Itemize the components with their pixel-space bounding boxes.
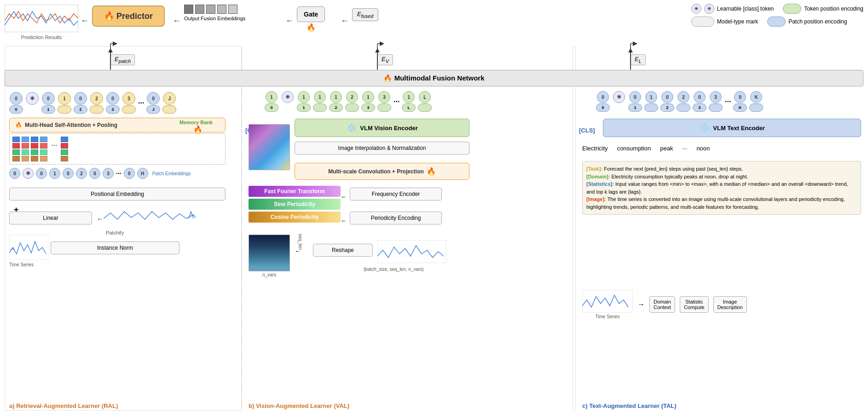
- attention-label: Multi-Head Self-Attention + Pooling: [25, 122, 117, 128]
- image-description-label: Image Description: [718, 299, 743, 310]
- mem-e1: [40, 137, 47, 142]
- legend-row-1: ✳ ✳ Learnable [class] token Token positi…: [691, 4, 863, 14]
- n-vars-label: n_vars: [249, 272, 290, 277]
- mem-col-3: [31, 137, 38, 161]
- legend-patch-pos-label: Patch position encoding: [788, 18, 847, 25]
- tok-c-0k-inner: 0: [734, 91, 746, 103]
- efused-box: Efused: [352, 8, 378, 21]
- tok-a-01-stack: 0 1: [41, 92, 55, 114]
- tok-a-star: ✳: [25, 92, 39, 114]
- tok-a-03-yellow: 3: [122, 92, 136, 114]
- fusion-network-bar: 🔥 Multimodal Fusion Network: [5, 70, 863, 86]
- patch-tok-2: 2: [76, 168, 87, 179]
- tok-b-13-inner: 1: [362, 91, 374, 103]
- predictor-label: 🔥 Predictor: [92, 6, 165, 27]
- section-c-cls: [CLS]: [579, 127, 595, 134]
- tok-a-01-py: [58, 105, 71, 114]
- mem-dots: ···: [49, 137, 59, 161]
- patch-tok-1: 1: [49, 168, 60, 179]
- vlm-vision-area: ❄️ VLM Vision Encoder: [295, 119, 469, 137]
- svg-rect-3: [582, 290, 633, 313]
- prompt-domain-label: [Domain]:: [586, 174, 610, 179]
- arrow-reshape-img: ←: [295, 247, 301, 255]
- statistic-compute-label: Statistic Compute: [684, 299, 705, 310]
- tok-c-dots: ···: [725, 98, 731, 106]
- section-a-patch-row: 0 ✳ 0 1 0 2 0 3 ··· 0 H Patch Embeddings: [9, 168, 191, 179]
- tok-a-0j-yellow: J: [162, 92, 176, 114]
- tok-c-03b-pos: [709, 103, 723, 112]
- prompt-stats-label: [Statistics]:: [586, 181, 614, 187]
- mem-e2: [40, 143, 47, 149]
- tok-a-03-y: 3: [122, 92, 135, 105]
- fusion-network-label: 🔥 Multimodal Fusion Network: [383, 74, 484, 82]
- tok-c-03: 0 3: [693, 91, 706, 112]
- tok-c-01b-inner: 1: [645, 91, 657, 103]
- tok-c-star-empty: [612, 103, 626, 112]
- mem-col-2: [22, 137, 29, 161]
- img-thumbnail-2: [249, 235, 290, 271]
- fusion-block-5: [228, 5, 237, 14]
- linear-area: Linear: [9, 212, 92, 224]
- multiscale-area: Multi-scale Convolution + Projection 🔥: [295, 163, 469, 180]
- tok-a-01-yellow: 1: [58, 92, 71, 114]
- section-b-timeseries: [377, 240, 446, 263]
- legend-row-2: Model-type mark Patch position encoding: [691, 17, 863, 27]
- fusion-blocks-row: [184, 5, 245, 14]
- img-interp-box: Image Interpolation & Normalization: [295, 142, 469, 155]
- tok-b-1l-inner: 1: [403, 91, 415, 103]
- pos-embed-box: Positional Embedding: [9, 188, 226, 201]
- tok-a-02-yellow: 2: [90, 92, 104, 114]
- fusion-block-4: [217, 5, 226, 14]
- tok-a-00-star: 0 0: [9, 92, 23, 114]
- tok-b-13-pos: 3: [361, 103, 375, 112]
- patch-tok-star: ✳: [23, 168, 34, 179]
- section-c-ts-label: Time Series: [582, 314, 633, 319]
- multiscale-label: Multi-scale Convolution + Projection: [328, 168, 424, 175]
- tok-c-02b-pos: [677, 103, 690, 112]
- tok-b-1l-pos: L: [402, 103, 416, 112]
- mem-c3: [22, 149, 29, 155]
- tok-c-02b: 2: [677, 91, 690, 112]
- tok-b-11-inner: 1: [298, 91, 310, 103]
- section-b-token-row: 1 0 ✳ 1 1 1 1 2 2 1 3 3: [265, 91, 432, 112]
- vlm-text-label: VLM Text Encoder: [713, 125, 764, 132]
- snowflake-icon: ❄️: [346, 123, 356, 133]
- tok-c-0K: 0 K: [733, 91, 747, 112]
- arrow-fusion-pred: ←: [173, 16, 181, 26]
- legend-token-pos-label: Token position encoding: [804, 6, 863, 12]
- gray-oval-icon: [691, 17, 714, 27]
- mem-d2: [31, 143, 38, 149]
- svg-marker-12: [113, 41, 117, 46]
- tok-a-02-py: [90, 105, 104, 114]
- tok-b-star: ✳: [281, 91, 295, 112]
- section-c-ts-area: Time Series: [582, 290, 633, 319]
- multiscale-box: Multi-scale Convolution + Projection 🔥: [295, 163, 469, 180]
- prediction-signal: [5, 5, 78, 32]
- word-electricity: Electricity: [582, 145, 608, 152]
- gate-area: Gate 🔥: [297, 6, 325, 32]
- efused-area: Efused: [352, 8, 378, 21]
- tok-c-03-pos: 3: [693, 103, 706, 112]
- tok-b-12b: 2: [345, 91, 359, 112]
- legend-model-type-label: Model-type mark: [717, 18, 758, 25]
- tok-c-02-pos: 2: [660, 103, 674, 112]
- img-thumb2-area: seq_len n_vars: [249, 235, 290, 277]
- tok-a-03-py: [122, 105, 136, 114]
- section-c-bottom: Time Series → Domain Context Statistic C…: [582, 290, 747, 319]
- memory-bank-area: ···: [9, 133, 226, 165]
- tok-a-0j-inner: 0: [147, 92, 160, 105]
- prompt-domain-text: Electricity consumption typically peaks …: [610, 174, 748, 179]
- section-a-ts-label: Time Series: [9, 262, 34, 267]
- tok-b-12b-pos: [345, 103, 359, 112]
- patch-tok-00: 0: [9, 168, 20, 179]
- tok-b-12-pos: 2: [329, 103, 343, 112]
- tok-b-star-empty: [281, 103, 295, 112]
- tok-b-13: 1 3: [361, 91, 375, 112]
- fusion-block-1: [184, 5, 193, 14]
- tok-c-kb-inner: K: [750, 91, 762, 103]
- arrow-pred-left: ←: [81, 16, 89, 26]
- diagram-container: ✳ ✳ Learnable [class] token Token positi…: [0, 0, 868, 413]
- period-enc-area: Periodicity Encoding: [350, 212, 442, 224]
- batch-label: (batch_size, seq_len, n_vars): [364, 267, 424, 272]
- gate-box: Gate: [297, 6, 325, 22]
